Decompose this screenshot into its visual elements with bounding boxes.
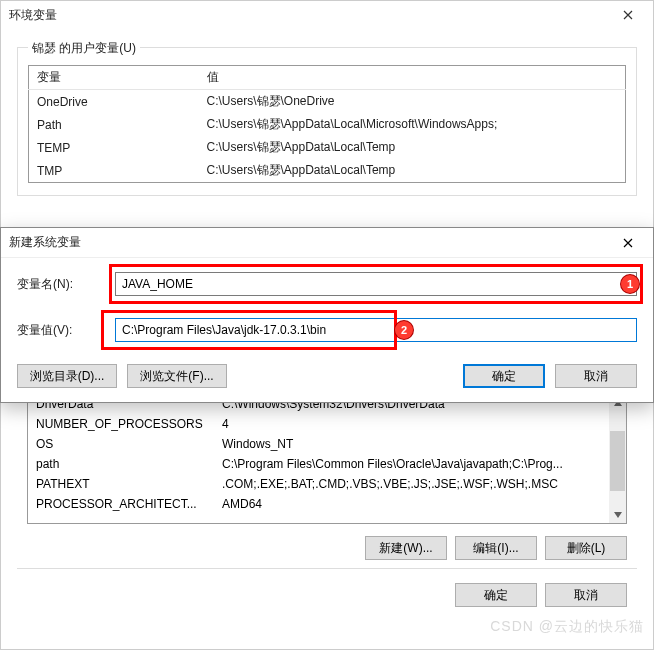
scroll-down-icon[interactable]: [609, 506, 626, 523]
system-vars-buttons: 新建(W)... 编辑(I)... 删除(L): [17, 536, 627, 560]
user-vars-label: 锦瑟 的用户变量(U): [28, 40, 140, 57]
scroll-thumb[interactable]: [610, 431, 625, 491]
ok-button[interactable]: 确定: [455, 583, 537, 607]
table-row[interactable]: TMPC:\Users\锦瑟\AppData\Local\Temp: [29, 159, 626, 183]
dialog-title: 新建系统变量: [9, 234, 81, 251]
cancel-button[interactable]: 取消: [545, 583, 627, 607]
system-vars-table[interactable]: DriverDataC:\Windows\System32\Drivers\Dr…: [27, 394, 627, 524]
ok-button[interactable]: 确定: [463, 364, 545, 388]
scrollbar[interactable]: [609, 394, 626, 523]
browse-file-button[interactable]: 浏览文件(F)...: [127, 364, 227, 388]
var-value-row: 变量值(V): 2: [17, 318, 637, 342]
table-row[interactable]: TEMPC:\Users\锦瑟\AppData\Local\Temp: [29, 136, 626, 159]
close-icon[interactable]: [611, 234, 645, 252]
table-header-row: 变量 值: [29, 66, 626, 90]
edit-button[interactable]: 编辑(I)...: [455, 536, 537, 560]
col-name[interactable]: 变量: [29, 66, 199, 90]
close-icon[interactable]: [611, 6, 645, 24]
table-row[interactable]: OSWindows_NT: [28, 434, 626, 454]
cancel-button[interactable]: 取消: [555, 364, 637, 388]
var-name-row: 变量名(N): 1: [17, 272, 637, 296]
user-vars-group: 锦瑟 的用户变量(U) 变量 值 OneDriveC:\Users\锦瑟\One…: [17, 47, 637, 196]
table-row[interactable]: OneDriveC:\Users\锦瑟\OneDrive: [29, 90, 626, 114]
delete-button[interactable]: 删除(L): [545, 536, 627, 560]
new-system-var-dialog: 新建系统变量 变量名(N): 1 变量值(V): 2 浏览目录(D)... 浏览…: [0, 227, 654, 403]
annotation-badge: 2: [395, 321, 413, 339]
env-title: 环境变量: [9, 7, 57, 24]
env-titlebar: 环境变量: [1, 1, 653, 29]
var-name-label: 变量名(N):: [17, 276, 103, 293]
col-value[interactable]: 值: [199, 66, 626, 90]
table-row[interactable]: PathC:\Users\锦瑟\AppData\Local\Microsoft\…: [29, 113, 626, 136]
new-button[interactable]: 新建(W)...: [365, 536, 447, 560]
var-value-input[interactable]: [115, 318, 637, 342]
dialog-button-row: 浏览目录(D)... 浏览文件(F)... 确定 取消: [1, 356, 653, 402]
browse-dir-button[interactable]: 浏览目录(D)...: [17, 364, 117, 388]
var-name-input[interactable]: [115, 272, 637, 296]
table-row[interactable]: PATHEXT.COM;.EXE;.BAT;.CMD;.VBS;.VBE;.JS…: [28, 474, 626, 494]
env-footer-buttons: 确定 取消: [27, 583, 627, 607]
var-value-label: 变量值(V):: [17, 322, 103, 339]
annotation-badge: 1: [621, 275, 639, 293]
user-vars-table[interactable]: 变量 值 OneDriveC:\Users\锦瑟\OneDrive PathC:…: [28, 65, 626, 183]
dialog-titlebar: 新建系统变量: [1, 228, 653, 258]
table-row[interactable]: pathC:\Program Files\Common Files\Oracle…: [28, 454, 626, 474]
table-row[interactable]: NUMBER_OF_PROCESSORS4: [28, 414, 626, 434]
table-row[interactable]: PROCESSOR_ARCHITECT...AMD64: [28, 494, 626, 514]
